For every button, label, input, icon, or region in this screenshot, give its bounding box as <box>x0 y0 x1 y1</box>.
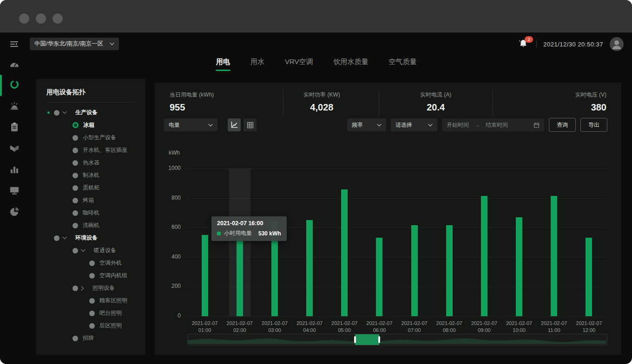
node-circle-icon <box>72 286 78 291</box>
brush-handle-right[interactable] <box>378 336 380 343</box>
gauge-icon <box>9 59 20 70</box>
notification-bell-button[interactable]: 2 <box>519 39 530 50</box>
pie-chart-icon <box>10 207 20 218</box>
node-circle-icon <box>72 223 78 228</box>
caret-down-icon[interactable] <box>62 236 67 240</box>
tab-5[interactable]: 空气质量 <box>389 58 417 73</box>
menu-collapse-icon[interactable] <box>9 39 20 49</box>
tree-node-label: 空调内机组 <box>99 272 127 280</box>
brush-handle-left[interactable] <box>354 336 356 343</box>
y-axis-tick-label: 600 <box>155 224 181 230</box>
bar-01:00[interactable] <box>202 235 208 316</box>
line-chart-view-button[interactable] <box>228 118 241 131</box>
tree-node[interactable]: 后区照明 <box>36 319 145 332</box>
tree-node-label: 顾客区照明 <box>99 297 127 305</box>
toolbar-right-group: 频率 请选择 开始时间 → 结束时间 查询 导出 <box>347 118 607 132</box>
tree-node[interactable]: 蛋糕柜 <box>36 182 145 194</box>
node-circle-icon <box>72 135 78 141</box>
line-chart-icon <box>230 121 238 129</box>
device-select[interactable]: 请选择 <box>391 118 437 131</box>
stat-value: 380 <box>493 102 606 113</box>
x-axis-tick-label: 2021-02-0711:00 <box>533 320 575 334</box>
bar-09:00[interactable] <box>481 196 487 316</box>
frequency-select[interactable]: 频率 <box>347 118 386 131</box>
tree-node[interactable]: 制冰机 <box>36 169 145 182</box>
table-view-button[interactable] <box>244 118 257 131</box>
query-button[interactable]: 查询 <box>549 118 576 132</box>
tree-node[interactable]: 招牌 <box>36 332 145 344</box>
bar-06:00[interactable] <box>376 238 382 316</box>
alarm-icon <box>9 101 20 112</box>
tree-node[interactable]: 生产设备 <box>36 106 145 119</box>
stats-row: 当日用电量 (kWh)955实时功率 (KW)4,028实时电流 (A)20.4… <box>170 90 606 116</box>
bar-02:00[interactable] <box>237 238 243 316</box>
export-button[interactable]: 导出 <box>580 118 607 132</box>
tree-node[interactable]: 冰箱 <box>36 119 145 131</box>
metric-select[interactable]: 电量 <box>164 118 217 131</box>
tree-node[interactable]: 吧台照明 <box>36 307 145 319</box>
tree-node-label: 冰箱 <box>83 121 94 129</box>
caret-down-icon[interactable] <box>81 249 86 252</box>
caret-down-icon[interactable] <box>62 111 67 114</box>
time-range-brush[interactable] <box>187 334 607 345</box>
tree-node[interactable]: 开水机、客区插座 <box>36 144 145 156</box>
tree-node[interactable]: 咖啡机 <box>36 207 145 219</box>
tree-node[interactable]: 暖通设备 <box>36 244 145 257</box>
clipboard-icon <box>10 122 19 134</box>
caret-right-icon[interactable] <box>81 286 84 291</box>
bar-10:00[interactable] <box>516 217 522 316</box>
sidebar-item-clipboard[interactable] <box>0 119 29 137</box>
tab-4[interactable]: 饮用水质量 <box>334 58 369 73</box>
node-circle-icon <box>72 160 78 166</box>
y-axis-tick-label: 200 <box>155 283 181 289</box>
date-range-picker[interactable]: 开始时间 → 结束时间 <box>442 118 544 131</box>
tree-node[interactable]: 小型生产设备 <box>36 131 145 144</box>
bar-12:00[interactable] <box>586 238 592 316</box>
node-circle-icon <box>89 298 95 304</box>
tree-node[interactable]: 空调外机 <box>36 257 145 269</box>
stat-label: 实时电压 (V) <box>493 91 606 99</box>
sidebar-item-monitor[interactable] <box>0 182 29 201</box>
tree-node[interactable]: 照明设备 <box>36 282 145 294</box>
sidebar-item-gauge[interactable] <box>0 55 29 74</box>
bar-08:00[interactable] <box>446 225 453 316</box>
sidebar-item-book[interactable] <box>0 140 29 159</box>
tree-node[interactable]: 空调内机组 <box>36 269 145 282</box>
brush-selection[interactable] <box>355 334 379 345</box>
tab-3[interactable]: VRV空调 <box>285 58 313 73</box>
user-avatar[interactable] <box>610 37 624 51</box>
tab-1[interactable]: 用电 <box>216 58 230 73</box>
bar-03:00[interactable] <box>271 220 278 316</box>
monitor-icon <box>9 186 20 197</box>
start-date-input[interactable]: 开始时间 <box>447 121 469 129</box>
sidebar-item-bar-chart[interactable] <box>0 161 29 180</box>
tree-node-label: 招牌 <box>83 334 94 342</box>
window-control-zoom[interactable] <box>53 13 63 24</box>
stat-label: 实时功率 (KW) <box>265 91 378 99</box>
tree-node[interactable]: 热水器 <box>36 156 145 169</box>
bar-07:00[interactable] <box>411 225 418 316</box>
location-select[interactable]: 中国/华东北/南京/南京一区 <box>30 38 119 50</box>
x-axis-tick-label: 2021-02-0710:00 <box>498 320 540 334</box>
window-control-minimize[interactable] <box>36 13 46 24</box>
sidebar-item-alarm[interactable] <box>0 98 29 116</box>
window-control-close[interactable] <box>19 13 29 24</box>
tree-node-label: 照明设备 <box>92 284 115 292</box>
bar-11:00[interactable] <box>551 196 557 316</box>
y-axis-tick-label: 0 <box>155 312 181 319</box>
tree-node-label: 制冰机 <box>83 171 99 179</box>
tree-node[interactable]: 顾客区照明 <box>36 294 145 307</box>
tree-node[interactable]: 洗碗机 <box>36 219 145 232</box>
sidebar-item-ring[interactable] <box>0 76 29 95</box>
end-date-input[interactable]: 结束时间 <box>486 121 508 129</box>
node-circle-icon <box>72 185 78 191</box>
export-button-label: 导出 <box>588 121 599 129</box>
selected-node-icon <box>72 122 79 128</box>
tree-node[interactable]: 烤箱 <box>36 194 145 207</box>
tree-node[interactable]: 环境设备 <box>36 232 145 244</box>
tab-2[interactable]: 用水 <box>250 58 264 73</box>
node-circle-icon <box>72 173 78 178</box>
bar-05:00[interactable] <box>341 189 348 316</box>
sidebar-item-pie-chart[interactable] <box>0 203 29 221</box>
bar-04:00[interactable] <box>306 220 313 316</box>
